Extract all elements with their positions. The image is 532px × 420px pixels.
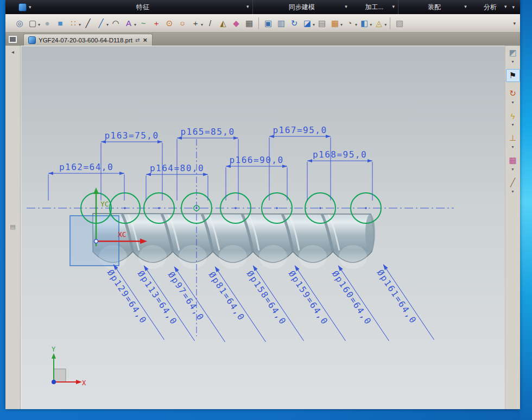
line-point-tool-icon[interactable]: ╱ [95, 17, 107, 29]
box-3d-icon[interactable]: ▧ [394, 17, 406, 29]
app-menu-caret-icon[interactable]: ▾ [27, 5, 34, 10]
ribbon-group-analysis[interactable]: 分析 ▾ [470, 0, 510, 14]
point-tool-icon[interactable]: + [150, 17, 162, 29]
ribbon-tab-machining-label: 加工... [365, 3, 383, 12]
linear-dim-label[interactable]: p168=95,0 [313, 149, 367, 160]
ribbon-tab-analysis-label: 分析 [484, 3, 497, 12]
datum-rotate-icon[interactable]: ↻ [506, 87, 520, 99]
shade-tool-icon[interactable]: ◔ [344, 17, 356, 29]
linear-dim-label[interactable]: p162=64,0 [59, 162, 113, 172]
zoom-window-icon[interactable]: ▣ [262, 17, 274, 29]
view-cube-icon[interactable]: ◩ [506, 47, 520, 59]
orient-view-icon[interactable]: ↻ [288, 17, 300, 29]
linear-dim-label[interactable]: p167=95,0 [273, 125, 327, 135]
ribbon-group-assembly[interactable]: 装配 ▾ [398, 0, 470, 14]
file-tab[interactable]: YGF24-07-20-03-600-64-D118.prt ⇄ × [23, 34, 153, 46]
nx-app-icon[interactable] [18, 3, 27, 11]
linear-dim-label[interactable]: p163=75,0 [104, 130, 159, 141]
ribbon-bar: ▾ 特征 ▾ 同步建模 ▾ 加工... ▾ 装配 ▾ 分析 ▾ ▾ [5, 0, 520, 14]
view-cube-icon-caret[interactable]: ▾ [511, 59, 514, 64]
screw-end-cap [365, 214, 375, 252]
assembly-group-caret-icon[interactable]: ▾ [462, 4, 469, 9]
diameter-dim-label[interactable]: Øp159=64,0 [287, 269, 331, 327]
resource-strip[interactable]: ◂▤ [5, 46, 21, 409]
diameter-dim-label[interactable]: Øp158=64,0 [245, 269, 289, 327]
resource-tab-icon[interactable]: ▤ [10, 223, 15, 230]
layers-icon[interactable]: ▥ [275, 17, 287, 29]
spline-tool-icon-caret[interactable]: ▾ [511, 189, 514, 194]
ribbon-tab-assembly-label: 装配 [428, 3, 441, 12]
window-restore-icon[interactable] [9, 36, 17, 43]
circle-tool-icon[interactable]: ○ [176, 17, 188, 29]
wcs-yc-label: YC [100, 200, 109, 208]
toolbar-options-caret-icon[interactable]: ▾ [513, 21, 516, 26]
triad-y-label: Y [52, 346, 56, 353]
linear-dimension[interactable]: p166=90,0 [226, 155, 287, 200]
sketch-bolt-icon-caret[interactable]: ▾ [511, 122, 514, 127]
nx-window: ▾ 特征 ▾ 同步建模 ▾ 加工... ▾ 装配 ▾ 分析 ▾ ▾ ◎▢▾●■∷… [5, 0, 520, 409]
grid-snap-icon[interactable]: ▦ [329, 17, 341, 29]
clipboard-icon[interactable]: ▤ [316, 17, 328, 29]
sync-group-caret-icon[interactable]: ▾ [343, 4, 350, 9]
modified-state-icon: ⇄ [135, 37, 140, 43]
collapse-left-icon[interactable]: ◂ [11, 49, 14, 55]
spline-tool-icon[interactable]: ╱ [506, 177, 520, 189]
slash-tool-icon[interactable]: / [204, 17, 216, 29]
sine-curve-icon[interactable]: ~ [137, 17, 149, 29]
quick-trim-icon[interactable]: ◭ [217, 17, 229, 29]
linear-dimension[interactable]: p162=64,0 [48, 162, 124, 200]
plus-point-icon[interactable]: + [189, 17, 201, 29]
right-tool-column: ◩▾⚑↻▾ϟ▾⊥▾▦▾╱▾ [505, 46, 520, 409]
sketch-bolt-icon[interactable]: ϟ [506, 110, 520, 122]
diameter-dim-label[interactable]: Øp160=64,0 [330, 269, 374, 327]
view-triad: Y X [52, 346, 86, 387]
studio-spline-icon[interactable]: A [123, 17, 135, 29]
file-tab-title: YGF24-07-20-03-600-64-D118.prt [39, 37, 132, 43]
point-pattern-icon[interactable]: ∷ [67, 17, 79, 29]
sphere-tool-icon[interactable]: ● [41, 17, 53, 29]
circle-center-icon[interactable]: ⊙ [163, 17, 175, 29]
brush-tool-icon[interactable]: ◪ [301, 17, 313, 29]
model-view[interactable]: p162=64,0p163=75,0p164=80,0p165=85,0p166… [21, 46, 505, 410]
linear-dim-label[interactable]: p166=90,0 [229, 155, 283, 165]
perpendicular-icon-caret[interactable]: ▾ [511, 145, 514, 149]
selection-rect-icon[interactable]: ▢ [27, 17, 39, 29]
grid-table-icon[interactable]: ▦ [243, 17, 255, 29]
datum-rotate-icon-caret[interactable]: ▾ [511, 100, 514, 105]
part-tab-bar: YGF24-07-20-03-600-64-D118.prt ⇄ × [5, 33, 520, 46]
ribbon-tab-feature-label: 特征 [136, 3, 149, 12]
ribbon-overflow-caret-icon[interactable]: ▾ [510, 5, 517, 10]
graphics-viewport[interactable]: p162=64,0p163=75,0p164=80,0p165=85,0p166… [21, 46, 505, 409]
snap-point-icon[interactable]: ◎ [14, 17, 26, 29]
perpendicular-icon[interactable]: ⊥ [506, 132, 520, 144]
linear-dim-label[interactable]: p165=85,0 [180, 127, 235, 137]
diameter-dim-label[interactable]: Øp161=64,0 [375, 268, 419, 326]
cube-tool-icon[interactable]: ■ [54, 17, 66, 29]
ribbon-group-feature[interactable]: 特征 ▾ [34, 0, 253, 14]
feature-group-caret-icon[interactable]: ▾ [244, 4, 251, 9]
gem-tool-icon[interactable]: ◆ [230, 17, 242, 29]
triad-x-label: X [82, 379, 86, 387]
solid-view-icon[interactable]: ◧ [358, 17, 370, 29]
wcs-xc-label: XC [118, 230, 126, 239]
toolbar-separator [258, 17, 259, 29]
desktop-edge-glow [520, 0, 532, 420]
diameter-dimension[interactable]: Øp161=64,0 [373, 263, 435, 347]
sketch-toolbar: ◎▢▾●■∷▾╱╱▾◠A▾~+⊙○+▾/◭◆▦▣▥↻◪▾▤▦▾◔▾◧▾◬▾▧▾ [5, 14, 520, 33]
arc-tool-icon[interactable]: ◠ [110, 17, 122, 29]
pattern-grid-icon-caret[interactable]: ▾ [511, 167, 514, 172]
analysis-group-caret-icon[interactable]: ▾ [502, 4, 509, 9]
toolbar-separator [390, 17, 390, 29]
tab-close-icon[interactable]: × [142, 36, 148, 43]
magic-wand-icon[interactable]: ◬ [373, 17, 385, 29]
line-tool-icon[interactable]: ╱ [82, 17, 94, 29]
part-file-icon [28, 36, 36, 44]
diameter-dim-label[interactable]: Øp81=64,0 [207, 270, 247, 323]
machining-group-caret-icon[interactable]: ▾ [390, 4, 397, 9]
ribbon-tab-sync-label: 同步建模 [289, 3, 315, 12]
finish-flag-icon[interactable]: ⚑ [506, 69, 520, 82]
pattern-grid-icon[interactable]: ▦ [506, 154, 520, 166]
ribbon-group-machining[interactable]: 加工... ▾ [351, 0, 398, 14]
ribbon-group-synchronous-modeling[interactable]: 同步建模 ▾ [253, 0, 351, 14]
